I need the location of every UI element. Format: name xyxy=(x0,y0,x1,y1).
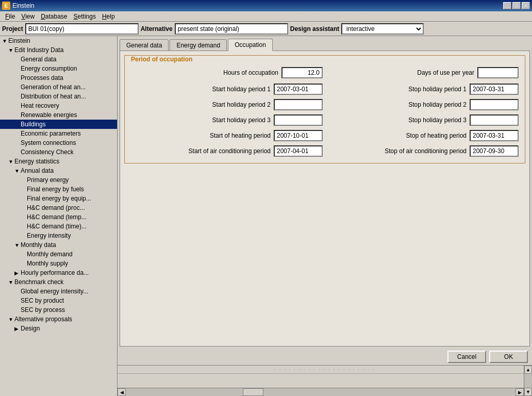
scroll-up-button[interactable]: ▲ xyxy=(524,366,532,374)
toolbar: Project BUI 01(copy) Alternative present… xyxy=(0,22,532,36)
sidebar-item-monthly-demand[interactable]: Monthly demand xyxy=(0,250,117,259)
menu-settings[interactable]: Settings xyxy=(71,12,99,21)
v-scroll-track[interactable] xyxy=(524,374,532,388)
sidebar-item-processes-data[interactable]: Processes data xyxy=(0,73,117,82)
tab-occupation[interactable]: Occupation xyxy=(228,39,273,51)
sidebar-item-consistency-check[interactable]: Consistency Check xyxy=(0,147,117,157)
start-holiday1-input[interactable] xyxy=(274,84,323,95)
window-title: Einstein xyxy=(12,2,35,9)
sidebar-item-hc-demand-temp[interactable]: H&C demand (temp... xyxy=(0,212,117,222)
content-area: General data Energy demand Occupation Pe… xyxy=(118,36,532,396)
project-value: BUI 01(copy) xyxy=(25,23,139,35)
sidebar-item-energy-intensity[interactable]: Energy intensity xyxy=(0,231,117,240)
bottom-area: · · · · · · · · · · · · · · · · · · · · … xyxy=(118,365,532,396)
menu-view[interactable]: View xyxy=(18,12,38,21)
menu-help[interactable]: Help xyxy=(99,12,118,21)
title-bar: E Einstein _ □ × xyxy=(0,0,532,11)
close-button[interactable]: × xyxy=(522,2,530,9)
sidebar-item-economic-parameters[interactable]: Economic parameters xyxy=(0,129,117,138)
stop-holiday3-input[interactable] xyxy=(470,114,519,126)
sidebar-item-benchmark-check[interactable]: ▼Benchmark check xyxy=(0,277,117,287)
start-aircon-label: Start of air conditioning period xyxy=(189,147,271,155)
maximize-button[interactable]: □ xyxy=(512,2,521,9)
sidebar-item-monthly-supply[interactable]: Monthly supply xyxy=(0,259,117,268)
start-heating-input[interactable] xyxy=(274,130,323,141)
sidebar-item-annual-data[interactable]: ▼Annual data xyxy=(0,166,117,175)
stop-holiday3-label: Stop holiday period 3 xyxy=(408,117,467,124)
sidebar-item-design[interactable]: ▶Design xyxy=(0,324,117,333)
stop-heating-label: Stop of heating period xyxy=(406,132,467,139)
sidebar-item-renewable-energies[interactable]: Renewable energies xyxy=(0,110,117,120)
sidebar-item-sec-product[interactable]: SEC by product xyxy=(0,296,117,305)
tab-general-data[interactable]: General data xyxy=(120,39,169,51)
occupation-section: Period of occupation Hours of occupation… xyxy=(124,55,525,163)
h-scroll-thumb[interactable] xyxy=(243,388,263,396)
sidebar-item-edit-industry[interactable]: ▼Edit Industry Data xyxy=(0,45,117,55)
stop-holiday2-input[interactable] xyxy=(470,99,519,110)
sidebar-item-primary-energy[interactable]: Primary energy xyxy=(0,175,117,185)
occupation-panel: Period of occupation Hours of occupation… xyxy=(120,51,530,346)
menu-database[interactable]: Database xyxy=(38,12,70,21)
button-bar: Cancel OK xyxy=(118,349,532,365)
menu-bar: File View Database Settings Help xyxy=(0,11,532,22)
scroll-left-button[interactable]: ◀ xyxy=(118,388,126,396)
dots-separator: · · · · · · · · · · · · · · · · · · · · … xyxy=(118,366,532,373)
sidebar-item-final-energy-fuels[interactable]: Final energy by fuels xyxy=(0,185,117,194)
interactive-select[interactable]: interactive xyxy=(341,23,424,35)
start-holiday1-label: Start holiday period 1 xyxy=(212,86,271,93)
project-label: Project xyxy=(2,25,23,32)
sidebar-item-energy-statistics[interactable]: ▼Energy statistics xyxy=(0,157,117,166)
stop-holiday1-label: Stop holiday period 1 xyxy=(408,86,467,93)
tab-strip: General data Energy demand Occupation xyxy=(118,36,532,51)
stop-heating-input[interactable] xyxy=(470,130,519,141)
tab-energy-demand[interactable]: Energy demand xyxy=(170,39,227,51)
start-holiday3-input[interactable] xyxy=(274,114,323,126)
sidebar-item-heat-recovery[interactable]: Heat recovery xyxy=(0,101,117,110)
design-label: Design assistant xyxy=(290,25,339,32)
hours-input[interactable] xyxy=(281,67,323,78)
sidebar-item-hc-demand-time[interactable]: H&C demand (time)... xyxy=(0,222,117,231)
sidebar-item-einstein[interactable]: ▼Einstein xyxy=(0,36,117,45)
sidebar-item-system-connections[interactable]: System connections xyxy=(0,138,117,147)
menu-file[interactable]: File xyxy=(2,12,18,21)
hours-label: Hours of occupation xyxy=(223,69,278,76)
minimize-button[interactable]: _ xyxy=(503,2,511,9)
sidebar-item-hc-demand-proc[interactable]: H&C demand (proc... xyxy=(0,203,117,212)
sidebar-item-distribution-heat[interactable]: Distribution of heat an... xyxy=(0,92,117,101)
alternative-label: Alternative xyxy=(141,25,173,32)
section-legend: Period of occupation xyxy=(129,56,519,63)
sidebar-item-monthly-data[interactable]: ▼Monthly data xyxy=(0,240,117,250)
sidebar-item-final-energy-equip[interactable]: Final energy by equip... xyxy=(0,194,117,203)
sidebar-item-hourly-perf[interactable]: ▶Hourly performance da... xyxy=(0,268,117,277)
days-input[interactable] xyxy=(477,67,519,78)
cancel-button[interactable]: Cancel xyxy=(447,351,486,363)
h-scroll-track[interactable] xyxy=(126,388,516,396)
stop-holiday2-label: Stop holiday period 2 xyxy=(408,101,467,108)
stop-holiday1-input[interactable] xyxy=(470,84,519,95)
horizontal-scrollbar[interactable]: ◀ ▶ xyxy=(118,388,524,396)
start-holiday2-input[interactable] xyxy=(274,99,323,110)
days-label: Days of use per year xyxy=(417,69,474,76)
sidebar-item-buildings[interactable]: Buildings xyxy=(0,120,117,129)
start-heating-label: Start of heating period xyxy=(210,132,271,139)
scroll-right-button[interactable]: ▶ xyxy=(516,388,524,396)
sidebar-item-general-data[interactable]: General data xyxy=(0,55,117,64)
sidebar-item-energy-consumption[interactable]: Energy consumption xyxy=(0,64,117,73)
sidebar-item-sec-process[interactable]: SEC by process xyxy=(0,305,117,315)
alternative-value: present state (original) xyxy=(175,23,288,35)
sidebar: ▼Einstein ▼Edit Industry Data General da… xyxy=(0,36,118,396)
ok-button[interactable]: OK xyxy=(489,351,528,363)
stop-aircon-input[interactable] xyxy=(470,145,519,157)
stop-aircon-label: Stop of air conditioning period xyxy=(385,147,467,155)
start-holiday2-label: Start holiday period 2 xyxy=(212,101,271,108)
vertical-scrollbar[interactable]: ▲ ▼ xyxy=(524,366,532,396)
scroll-down-button[interactable]: ▼ xyxy=(524,388,532,396)
start-aircon-input[interactable] xyxy=(274,145,323,157)
sidebar-item-global-energy[interactable]: Global energy intensity... xyxy=(0,287,117,296)
sidebar-item-alternative-proposals[interactable]: ▼Alternative proposals xyxy=(0,315,117,324)
sidebar-item-generation-heat[interactable]: Generation of heat an... xyxy=(0,82,117,92)
start-holiday3-label: Start holiday period 3 xyxy=(212,117,271,124)
app-icon: E xyxy=(2,2,10,10)
